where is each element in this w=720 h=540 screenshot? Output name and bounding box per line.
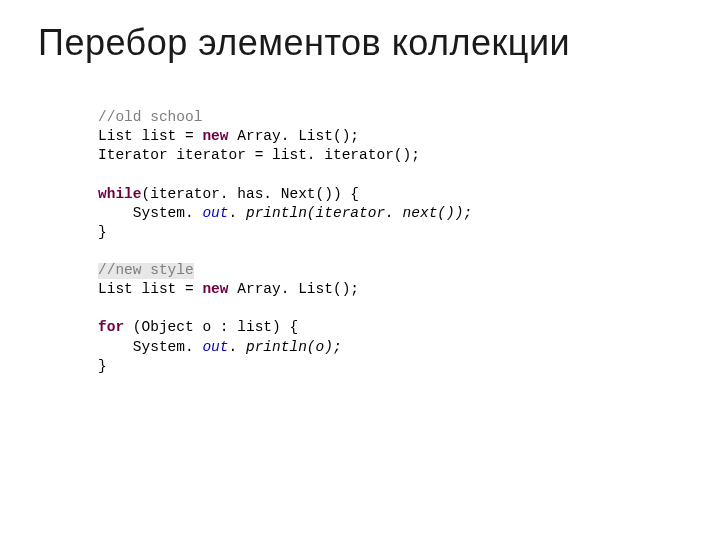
code-line: Iterator iterator = list. iterator(); (98, 147, 420, 163)
method-println: println(iterator. next()); (246, 205, 472, 221)
code-block: //old school List list = new Array. List… (98, 108, 720, 376)
code-line: . (229, 339, 246, 355)
code-line: System. (98, 339, 202, 355)
comment-new-style: //new style (98, 263, 194, 279)
static-out: out (202, 339, 228, 355)
code-line: (Object o : list) { (133, 319, 298, 335)
code-line: (iterator. has. Next()) { (142, 186, 360, 202)
method-println: println(o); (246, 339, 342, 355)
code-line: } (98, 224, 107, 240)
code-line: List list = (98, 128, 202, 144)
keyword-new: new (202, 128, 237, 144)
code-line: Array. List(); (237, 128, 359, 144)
code-line: System. (98, 205, 202, 221)
code-line: } (98, 358, 107, 374)
keyword-while: while (98, 186, 142, 202)
code-line: . (229, 205, 246, 221)
keyword-for: for (98, 319, 133, 335)
static-out: out (202, 205, 228, 221)
code-line: List list = (98, 281, 202, 297)
comment-old-school: //old school (98, 109, 202, 125)
keyword-new: new (202, 281, 237, 297)
slide-title: Перебор элементов коллекции (38, 22, 720, 64)
code-line: Array. List(); (237, 281, 359, 297)
